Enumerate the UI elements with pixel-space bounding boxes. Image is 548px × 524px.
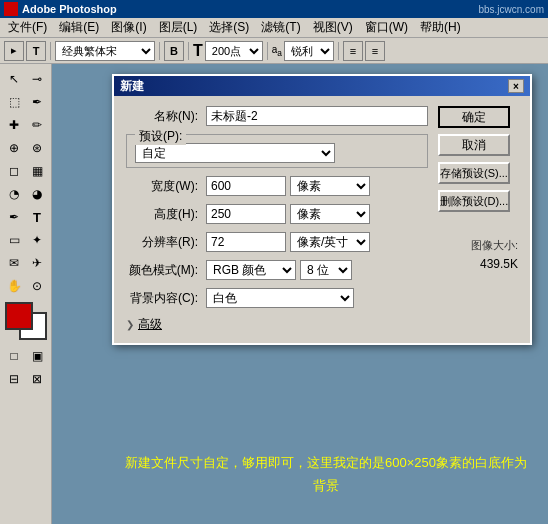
tool-pair-9: ✉ ✈: [3, 252, 48, 274]
tool-history[interactable]: ⊛: [26, 137, 48, 159]
menu-layer[interactable]: 图层(L): [153, 17, 204, 38]
tool-eraser[interactable]: ◻: [3, 160, 25, 182]
advanced-label[interactable]: 高级: [138, 316, 162, 333]
height-input[interactable]: [206, 204, 286, 224]
toolbar-arrow-btn[interactable]: ▸: [4, 41, 24, 61]
font-family-select[interactable]: 经典繁体宋: [55, 41, 155, 61]
height-label: 高度(H):: [126, 206, 206, 223]
tool-lasso[interactable]: ⊸: [26, 68, 48, 90]
menu-view[interactable]: 视图(V): [307, 17, 359, 38]
menu-window[interactable]: 窗口(W): [359, 17, 414, 38]
font-size-select[interactable]: 200点: [205, 41, 263, 61]
advanced-chevron-icon: ❯: [126, 319, 134, 330]
toolbar-t-btn[interactable]: T: [26, 41, 46, 61]
new-file-dialog: 新建 × 名称(N): 预设(P): 自定: [112, 74, 532, 345]
color-depth-select[interactable]: 8 位: [300, 260, 352, 280]
watermark: bbs.jcwcn.com: [478, 4, 544, 15]
tool-pair-8: ▭ ✦: [3, 229, 48, 251]
height-unit-select[interactable]: 像素: [290, 204, 370, 224]
toolbar-bold-btn[interactable]: B: [164, 41, 184, 61]
tool-3d[interactable]: ✦: [26, 229, 48, 251]
dialog-close-button[interactable]: ×: [508, 79, 524, 93]
tool-pair-1: ↖ ⊸: [3, 68, 48, 90]
tool-shape[interactable]: ▭: [3, 229, 25, 251]
width-input[interactable]: [206, 176, 286, 196]
tool-arrow[interactable]: ↖: [3, 68, 25, 90]
tool-blur[interactable]: ◔: [3, 183, 25, 205]
screen-pair: ⊟ ⊠: [3, 368, 48, 390]
tool-text[interactable]: T: [26, 206, 48, 228]
delete-preset-button[interactable]: 删除预设(D)...: [438, 190, 510, 212]
cancel-button[interactable]: 取消: [438, 134, 510, 156]
tool-pair-7: ✒ T: [3, 206, 48, 228]
preset-group: 预设(P): 自定: [126, 134, 428, 168]
height-row: 高度(H): 像素: [126, 204, 428, 224]
tool-notes[interactable]: ✉: [3, 252, 25, 274]
resolution-input[interactable]: [206, 232, 286, 252]
tool-clone[interactable]: ⊕: [3, 137, 25, 159]
color-mode-label: 颜色模式(M):: [126, 262, 206, 279]
name-row: 名称(N):: [126, 106, 428, 126]
ok-button[interactable]: 确定: [438, 106, 510, 128]
bottom-text: 新建文件尺寸自定，够用即可，这里我定的是600×250象素的白底作为 背景: [125, 451, 527, 498]
width-unit-select[interactable]: 像素: [290, 176, 370, 196]
preset-row: 自定: [135, 143, 419, 163]
menu-filter[interactable]: 滤镜(T): [255, 17, 306, 38]
menu-edit[interactable]: 编辑(E): [53, 17, 105, 38]
menu-image[interactable]: 图像(I): [105, 17, 152, 38]
tool-crop[interactable]: ⬚: [3, 91, 25, 113]
resolution-unit-select[interactable]: 像素/英寸: [290, 232, 370, 252]
tool-eyedrop[interactable]: ✒: [26, 91, 48, 113]
dialog-title-bar: 新建 ×: [114, 76, 530, 96]
color-mode-select[interactable]: RGB 颜色: [206, 260, 296, 280]
align-left-btn[interactable]: ≡: [343, 41, 363, 61]
tool-hand[interactable]: ✋: [3, 275, 25, 297]
app-title: Adobe Photoshop: [22, 3, 478, 15]
width-label: 宽度(W):: [126, 178, 206, 195]
tool-measure[interactable]: ✈: [26, 252, 48, 274]
color-boxes[interactable]: [5, 302, 47, 340]
align-center-btn[interactable]: ≡: [365, 41, 385, 61]
toolbar-divider-3: [188, 42, 189, 60]
menu-bar: 文件(F) 编辑(E) 图像(I) 图层(L) 选择(S) 滤镜(T) 视图(V…: [0, 18, 548, 38]
app-icon: [4, 2, 18, 16]
name-label: 名称(N):: [126, 108, 206, 125]
bg-select[interactable]: 白色: [206, 288, 354, 308]
menu-select[interactable]: 选择(S): [203, 17, 255, 38]
toolbar-divider-4: [267, 42, 268, 60]
toolbar-divider-2: [159, 42, 160, 60]
image-size-value: 439.5K: [438, 257, 518, 271]
image-size-section: 图像大小: 439.5K: [438, 238, 518, 271]
title-bar: Adobe Photoshop bbs.jcwcn.com: [0, 0, 548, 18]
dialog-buttons: 确定 取消 存储预设(S)... 删除预设(D)... 图像大小: 439.5K: [438, 106, 518, 333]
tool-pair-5: ◻ ▦: [3, 160, 48, 182]
save-preset-button[interactable]: 存储预设(S)...: [438, 162, 510, 184]
tool-standard-mode[interactable]: □: [3, 345, 25, 367]
menu-file[interactable]: 文件(F): [2, 17, 53, 38]
preset-select[interactable]: 自定: [135, 143, 335, 163]
tool-brush[interactable]: ✏: [26, 114, 48, 136]
resolution-row: 分辨率(R): 像素/英寸: [126, 232, 428, 252]
tool-zoom[interactable]: ⊙: [26, 275, 48, 297]
tool-pair-3: ✚ ✏: [3, 114, 48, 136]
anti-alias-select[interactable]: 锐利: [284, 41, 334, 61]
tool-quick-mask[interactable]: ▣: [26, 345, 48, 367]
tool-dodge[interactable]: ◕: [26, 183, 48, 205]
toolbar-divider-1: [50, 42, 51, 60]
name-input[interactable]: [206, 106, 428, 126]
bottom-text-line1: 新建文件尺寸自定，够用即可，这里我定的是600×250象素的白底作为: [125, 455, 527, 470]
tool-pair-10: ✋ ⊙: [3, 275, 48, 297]
tool-imageready[interactable]: ⊠: [26, 368, 48, 390]
preset-legend: 预设(P):: [135, 128, 186, 145]
tool-pen[interactable]: ✒: [3, 206, 25, 228]
tool-gradient[interactable]: ▦: [26, 160, 48, 182]
foreground-color[interactable]: [5, 302, 33, 330]
advanced-row: ❯ 高级: [126, 316, 428, 333]
resolution-label: 分辨率(R):: [126, 234, 206, 251]
dialog-title: 新建: [120, 78, 144, 95]
tool-pair-2: ⬚ ✒: [3, 91, 48, 113]
tool-heal[interactable]: ✚: [3, 114, 25, 136]
mask-pair: □ ▣: [3, 345, 48, 367]
menu-help[interactable]: 帮助(H): [414, 17, 467, 38]
tool-screen-mode[interactable]: ⊟: [3, 368, 25, 390]
